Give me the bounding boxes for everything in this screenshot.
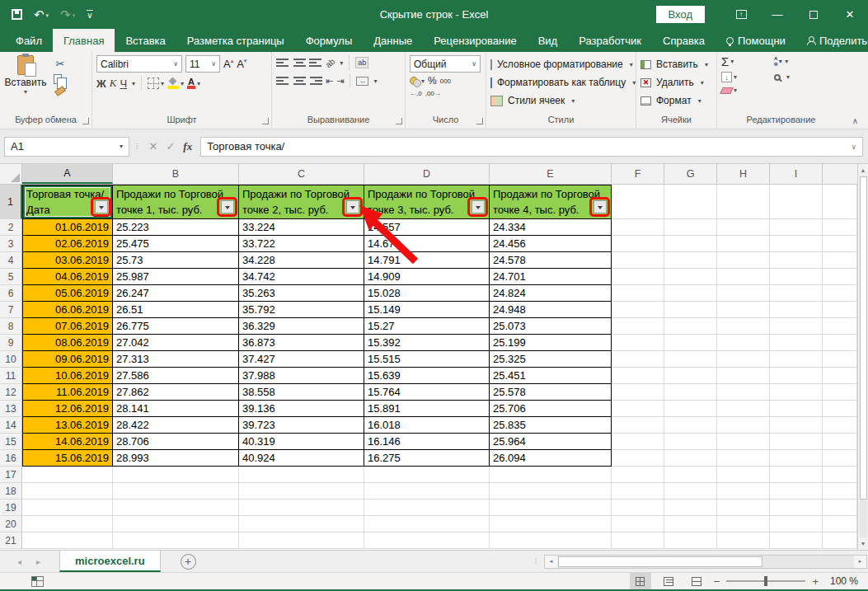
row-number-15[interactable]: 15 [0, 434, 22, 450]
zoom-in-button[interactable]: + [812, 575, 819, 588]
cell[interactable] [612, 434, 664, 450]
cell[interactable] [823, 185, 857, 219]
row-number-8[interactable]: 8 [0, 318, 22, 335]
cell[interactable] [612, 236, 664, 252]
cell[interactable]: 14.557 [364, 219, 490, 236]
filter-dropdown-d-icon[interactable] [472, 200, 485, 213]
wrap-text-button[interactable]: ab [355, 57, 368, 68]
row-number-3[interactable]: 3 [0, 236, 22, 252]
cell[interactable] [823, 285, 857, 302]
cell[interactable] [770, 500, 823, 516]
cell[interactable] [490, 516, 612, 532]
cell-a1[interactable]: Торговая точка/ Дата [22, 185, 113, 219]
minimize-button[interactable]: — [759, 0, 795, 29]
decrease-decimal-button[interactable] [425, 90, 441, 97]
column-header-partial[interactable] [823, 164, 857, 184]
cell[interactable] [770, 185, 823, 219]
tab-Рецензирование[interactable]: Рецензирование [423, 29, 527, 52]
shrink-font-button[interactable]: А▾ [237, 58, 246, 70]
scroll-up-icon[interactable]: ▲ [858, 164, 868, 176]
new-sheet-button[interactable]: + [181, 554, 196, 570]
tab-Разработчик[interactable]: Разработчик [568, 29, 652, 52]
cell[interactable] [612, 532, 664, 549]
merge-center-button[interactable]: ↔ [356, 77, 368, 86]
cell[interactable]: 01.06.2019 [22, 219, 113, 236]
font-size-combo[interactable]: 11∨ [185, 55, 220, 73]
cell[interactable] [717, 219, 770, 236]
cell[interactable] [664, 318, 717, 335]
cell[interactable] [239, 467, 364, 483]
close-button[interactable]: ✕ [832, 0, 868, 29]
cell[interactable] [823, 368, 857, 384]
cell[interactable] [770, 269, 823, 285]
cell[interactable] [717, 401, 770, 417]
cell[interactable] [490, 467, 612, 483]
copy-button[interactable]: ▾ [54, 74, 67, 84]
cell[interactable] [664, 401, 717, 417]
row-number-5[interactable]: 5 [0, 269, 22, 285]
cell[interactable]: 26.094 [490, 450, 612, 467]
cell[interactable]: 15.639 [364, 368, 490, 384]
cell[interactable] [612, 483, 664, 500]
cell[interactable]: 25.073 [490, 318, 612, 335]
cell[interactable]: 14.791 [364, 252, 490, 269]
font-dialog-launcher-icon[interactable] [262, 118, 269, 124]
vertical-scroll-thumb[interactable] [860, 176, 867, 500]
cell[interactable]: 25.73 [113, 252, 239, 269]
row-number-18[interactable]: 18 [0, 483, 22, 500]
conditional-formatting-button[interactable]: Условное форматирование▾ [490, 55, 631, 73]
cell[interactable]: 24.578 [490, 252, 612, 269]
cell[interactable] [22, 500, 113, 516]
cell[interactable] [823, 335, 857, 351]
cell[interactable]: 28.993 [113, 450, 239, 467]
cell[interactable] [664, 185, 717, 219]
cell[interactable] [364, 467, 490, 483]
cell[interactable] [823, 483, 857, 500]
cell[interactable] [823, 219, 857, 236]
cell[interactable] [664, 219, 717, 236]
cell[interactable] [664, 417, 717, 434]
cell[interactable]: 04.06.2019 [22, 269, 113, 285]
cell[interactable] [770, 401, 823, 417]
row-number-2[interactable]: 2 [0, 219, 22, 236]
decrease-indent-button[interactable]: ⇤ [326, 76, 333, 87]
row-number-13[interactable]: 13 [0, 401, 22, 417]
filter-dropdown-c-icon[interactable] [346, 200, 359, 213]
fill-button[interactable]: ↓▾ [721, 72, 774, 82]
tab-Файл[interactable]: Файл [5, 29, 53, 52]
scroll-left-icon[interactable]: ◂ [545, 556, 557, 568]
cell[interactable] [612, 500, 664, 516]
zoom-out-button[interactable]: − [714, 575, 720, 588]
cell[interactable]: 13.06.2019 [22, 417, 113, 434]
cell[interactable]: 15.515 [364, 351, 490, 368]
cell[interactable]: 25.835 [490, 417, 612, 434]
normal-view-button[interactable] [630, 573, 651, 589]
number-dialog-launcher-icon[interactable] [476, 118, 483, 124]
cell[interactable] [823, 467, 857, 483]
collapse-ribbon-button[interactable]: ∧ [852, 116, 858, 125]
redo-button[interactable]: ↷▾ [60, 8, 75, 21]
cell[interactable] [664, 335, 717, 351]
cell[interactable] [770, 516, 823, 532]
cell[interactable]: 15.028 [364, 285, 490, 302]
cell[interactable]: 24.948 [490, 302, 612, 318]
cell[interactable] [770, 219, 823, 236]
cell[interactable] [770, 285, 823, 302]
find-select-button[interactable]: ▾ [774, 73, 827, 81]
cell[interactable] [717, 516, 770, 532]
row-number-19[interactable]: 19 [0, 500, 22, 516]
cell[interactable] [612, 318, 664, 335]
row-number-7[interactable]: 7 [0, 302, 22, 318]
cell[interactable] [770, 368, 823, 384]
zoom-slider-thumb[interactable] [764, 576, 767, 586]
cell[interactable]: 27.042 [113, 335, 239, 351]
scroll-down-icon[interactable]: ▼ [858, 537, 868, 550]
cell[interactable] [490, 532, 612, 549]
format-painter-button[interactable] [54, 88, 67, 94]
cell[interactable]: 11.06.2019 [22, 384, 113, 401]
cell[interactable] [490, 483, 612, 500]
cell[interactable] [770, 302, 823, 318]
cell[interactable]: 39.723 [239, 417, 364, 434]
cell[interactable] [770, 483, 823, 500]
sheet-tab-microexcel[interactable]: microexcel.ru [59, 551, 161, 572]
